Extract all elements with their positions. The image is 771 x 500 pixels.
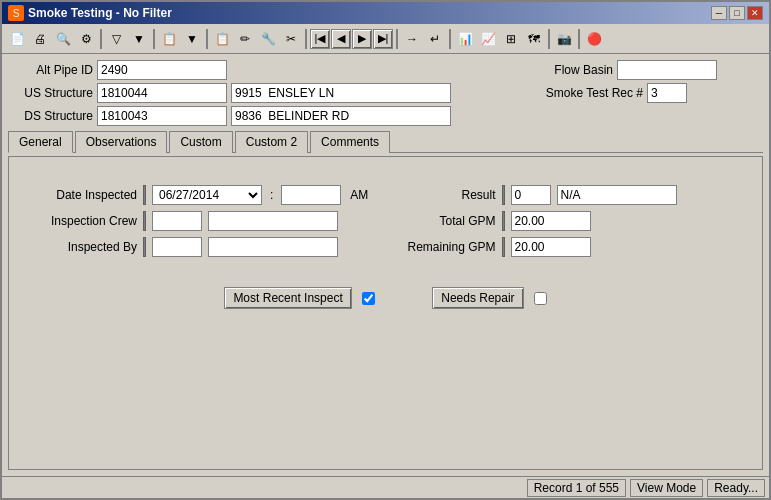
most-recent-checkbox[interactable] xyxy=(362,292,375,305)
title-bar: S Smoke Testing - No Filter ─ □ ✕ xyxy=(2,2,769,24)
ds-structure-input[interactable] xyxy=(97,106,227,126)
date-inspected-label: Date Inspected xyxy=(27,188,137,202)
separator-1 xyxy=(100,29,102,49)
tabs: General Observations Custom Custom 2 Com… xyxy=(8,130,763,153)
right-form-section: Result Total GPM Remain xyxy=(396,185,745,257)
result-text-input[interactable] xyxy=(557,185,677,205)
inspected-by-label: Inspected By xyxy=(27,240,137,254)
tab-comments[interactable]: Comments xyxy=(310,131,390,153)
most-recent-button[interactable]: Most Recent Inspect xyxy=(224,287,351,309)
bottom-buttons-row: Most Recent Inspect Needs Repair xyxy=(27,287,744,309)
nav-first[interactable]: |◀ xyxy=(310,29,330,49)
left-column: Date Inspected 06/27/2014 : AM Inspe xyxy=(27,185,376,257)
app-icon: S xyxy=(8,5,24,21)
tab-general[interactable]: General xyxy=(8,131,73,153)
cut-button[interactable]: ✂ xyxy=(280,28,302,50)
inspected-by-input2[interactable] xyxy=(208,237,338,257)
flow-basin-row: Flow Basin xyxy=(543,60,763,80)
result-label: Result xyxy=(396,188,496,202)
smoke-test-rec-input[interactable] xyxy=(647,83,687,103)
us-structure-row: US Structure xyxy=(8,83,535,103)
maximize-button[interactable]: □ xyxy=(729,6,745,20)
chart-button[interactable]: 📈 xyxy=(477,28,499,50)
report-button[interactable]: 📊 xyxy=(454,28,476,50)
print-button[interactable]: 🖨 xyxy=(29,28,51,50)
tools-button[interactable]: 🔧 xyxy=(257,28,279,50)
separator-5 xyxy=(396,29,398,49)
copy-button[interactable]: 📋 xyxy=(211,28,233,50)
needs-repair-checkbox[interactable] xyxy=(534,292,547,305)
settings-button[interactable]: ⚙ xyxy=(75,28,97,50)
minimize-button[interactable]: ─ xyxy=(711,6,727,20)
alt-pipe-row: Alt Pipe ID xyxy=(8,60,535,80)
total-gpm-label: Total GPM xyxy=(396,214,496,228)
time-input[interactable] xyxy=(281,185,341,205)
main-panel: Date Inspected 06/27/2014 : AM Inspe xyxy=(8,156,763,470)
inspection-crew-row: Inspection Crew xyxy=(27,211,376,231)
view-button[interactable]: 📋 xyxy=(158,28,180,50)
inspectedby-separator xyxy=(143,237,146,257)
status-bar: Record 1 of 555 View Mode Ready... xyxy=(2,476,769,498)
new-button[interactable]: 📄 xyxy=(6,28,28,50)
ds-structure-addr-input[interactable] xyxy=(231,106,451,126)
separator-3 xyxy=(206,29,208,49)
result-separator xyxy=(502,185,505,205)
needs-repair-button[interactable]: Needs Repair xyxy=(432,287,523,309)
total-gpm-row: Total GPM xyxy=(396,211,745,231)
tab-custom2[interactable]: Custom 2 xyxy=(235,131,308,153)
inspected-by-input1[interactable] xyxy=(152,237,202,257)
nav-next[interactable]: ▶ xyxy=(352,29,372,49)
filter-dropdown[interactable]: ▼ xyxy=(128,28,150,50)
map-button[interactable]: 🗺 xyxy=(523,28,545,50)
toolbar: 📄 🖨 🔍 ⚙ ▽ ▼ 📋 ▼ 📋 ✏ 🔧 ✂ |◀ ◀ ▶ ▶| → ↵ 📊 … xyxy=(2,24,769,54)
inspection-crew-input2[interactable] xyxy=(208,211,338,231)
import-button[interactable]: ↵ xyxy=(424,28,446,50)
top-fields: Alt Pipe ID US Structure DS Structure Fl… xyxy=(8,60,763,126)
alt-pipe-id-label: Alt Pipe ID xyxy=(8,63,93,77)
date-inspected-select[interactable]: 06/27/2014 xyxy=(152,185,262,205)
inspected-by-row: Inspected By xyxy=(27,237,376,257)
remaining-gpm-input[interactable] xyxy=(511,237,591,257)
window-title: Smoke Testing - No Filter xyxy=(28,6,172,20)
ampm-label: AM xyxy=(350,188,368,202)
flow-basin-label: Flow Basin xyxy=(543,63,613,77)
left-fields: Alt Pipe ID US Structure DS Structure xyxy=(8,60,535,126)
tab-custom[interactable]: Custom xyxy=(169,131,232,153)
grid-button[interactable]: ⊞ xyxy=(500,28,522,50)
result-num-input[interactable] xyxy=(511,185,551,205)
nav-prev[interactable]: ◀ xyxy=(331,29,351,49)
close-button[interactable]: ✕ xyxy=(747,6,763,20)
alt-pipe-id-input[interactable] xyxy=(97,60,227,80)
ready-status: Ready... xyxy=(707,479,765,497)
remaining-gpm-label: Remaining GPM xyxy=(396,240,496,254)
edit-button[interactable]: ✏ xyxy=(234,28,256,50)
record-status: Record 1 of 555 xyxy=(527,479,626,497)
inspection-crew-input1[interactable] xyxy=(152,211,202,231)
total-gpm-input[interactable] xyxy=(511,211,591,231)
title-buttons: ─ □ ✕ xyxy=(711,6,763,20)
date-separator xyxy=(143,185,146,205)
tab-observations[interactable]: Observations xyxy=(75,131,168,153)
totalgpm-separator xyxy=(502,211,505,231)
camera-button[interactable]: 📷 xyxy=(553,28,575,50)
us-structure-addr-input[interactable] xyxy=(231,83,451,103)
export-button[interactable]: → xyxy=(401,28,423,50)
alert-button[interactable]: 🔴 xyxy=(583,28,605,50)
us-structure-input[interactable] xyxy=(97,83,227,103)
remaining-gpm-row: Remaining GPM xyxy=(396,237,745,257)
smoke-test-rec-label: Smoke Test Rec # xyxy=(543,86,643,100)
right-fields: Flow Basin Smoke Test Rec # xyxy=(543,60,763,103)
separator-2 xyxy=(153,29,155,49)
view-dropdown[interactable]: ▼ xyxy=(181,28,203,50)
flow-basin-input[interactable] xyxy=(617,60,717,80)
result-row: Result xyxy=(396,185,745,205)
separator-7 xyxy=(548,29,550,49)
content-area: Alt Pipe ID US Structure DS Structure Fl… xyxy=(2,54,769,476)
filter-button[interactable]: ▽ xyxy=(105,28,127,50)
us-structure-label: US Structure xyxy=(8,86,93,100)
nav-last[interactable]: ▶| xyxy=(373,29,393,49)
left-form-section: Date Inspected 06/27/2014 : AM Inspe xyxy=(27,185,376,257)
right-column: Result Total GPM Remain xyxy=(396,185,745,257)
general-tab-content: Date Inspected 06/27/2014 : AM Inspe xyxy=(17,165,754,319)
search-button[interactable]: 🔍 xyxy=(52,28,74,50)
